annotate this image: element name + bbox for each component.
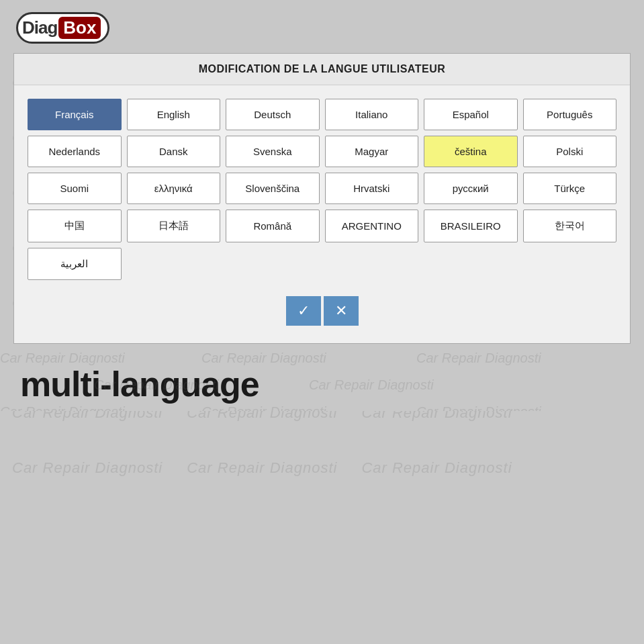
lang-btn-brasileiro[interactable]: BRASILEIRO: [424, 210, 518, 242]
logo-box-text: Box: [58, 17, 101, 39]
header: Diag Box: [0, 0, 644, 53]
lang-btn-russian[interactable]: русский: [424, 173, 518, 204]
lang-btn-romana[interactable]: Română: [226, 210, 320, 242]
bottom-label: multi-language: [20, 364, 624, 404]
lang-btn-dansk[interactable]: Dansk: [127, 136, 221, 167]
logo-diag-text: Diag: [22, 17, 57, 38]
lang-btn-arabic[interactable]: العربية: [28, 248, 122, 280]
lang-btn-magyar[interactable]: Magyar: [325, 136, 419, 167]
lang-btn-deutsch[interactable]: Deutsch: [226, 99, 320, 130]
confirm-button[interactable]: ✓: [286, 296, 321, 326]
lang-btn-english[interactable]: English: [127, 99, 221, 130]
language-dialog: MODIFICATION DE LA LANGUE UTILISATEUR Fr…: [13, 53, 631, 344]
lang-btn-hrvatski[interactable]: Hrvatski: [325, 173, 419, 204]
lang-btn-chinese[interactable]: 中国: [28, 210, 122, 242]
lang-btn-argentino[interactable]: ARGENTINO: [325, 210, 419, 242]
lang-btn-portugues[interactable]: Português: [523, 99, 617, 130]
lang-btn-nederlands[interactable]: Nederlands: [28, 136, 122, 167]
lang-btn-polski[interactable]: Polski: [523, 136, 617, 167]
lang-btn-greek[interactable]: ελληνικά: [127, 173, 221, 204]
bottom-area: Car Repair Diagnosti Car Repair Diagnost…: [0, 344, 644, 411]
lang-btn-cestina[interactable]: čeština: [424, 136, 518, 167]
lang-btn-turkce[interactable]: Türkçe: [523, 173, 617, 204]
lang-btn-slovenscina[interactable]: Slovenščina: [226, 173, 320, 204]
languages-grid: FrançaisEnglishDeutschItalianoEspañolPor…: [14, 85, 630, 289]
lang-btn-korean[interactable]: 한국어: [523, 210, 617, 242]
lang-btn-italiano[interactable]: Italiano: [325, 99, 419, 130]
cancel-button[interactable]: ✕: [324, 296, 359, 326]
dialog-title: MODIFICATION DE LA LANGUE UTILISATEUR: [14, 54, 630, 85]
dialog-footer: ✓ ✕: [14, 289, 630, 330]
lang-btn-svenska[interactable]: Svenska: [226, 136, 320, 167]
lang-btn-japanese[interactable]: 日本語: [127, 210, 221, 242]
lang-btn-espanol[interactable]: Español: [424, 99, 518, 130]
diagbox-logo: Diag Box: [16, 12, 109, 44]
lang-btn-francais[interactable]: Français: [28, 99, 122, 130]
lang-btn-suomi[interactable]: Suomi: [28, 173, 122, 204]
